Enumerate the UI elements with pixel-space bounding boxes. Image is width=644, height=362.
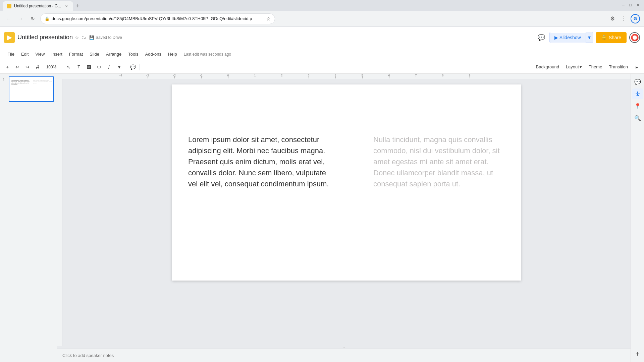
line-tool[interactable]: / xyxy=(104,62,114,72)
ruler-label: -2 xyxy=(173,74,176,77)
restore-button[interactable]: □ xyxy=(629,3,634,8)
menu-view[interactable]: View xyxy=(32,50,48,58)
menu-format[interactable]: Format xyxy=(66,50,86,58)
zoom-button[interactable]: 100% xyxy=(43,62,60,72)
menu-arrange[interactable]: Arrange xyxy=(103,50,125,58)
shape-tool[interactable]: ⬭ xyxy=(94,62,104,72)
more-tools[interactable]: ▾ xyxy=(114,62,124,72)
address-right-icons: ☆ xyxy=(266,16,271,21)
sidebar-accessibility-icon[interactable] xyxy=(632,88,643,99)
forward-button[interactable]: → xyxy=(16,14,25,23)
browser-titlebar: Untitled presentation - G... ✕ + ─ □ ✕ xyxy=(0,0,644,11)
slideshow-dropdown[interactable]: ▾ xyxy=(586,32,593,43)
last-edit-status: Last edit was seconds ago xyxy=(180,51,234,58)
ruler-label: 0 xyxy=(227,74,229,77)
menu-insert[interactable]: Insert xyxy=(48,50,66,58)
ruler-label: 2 xyxy=(281,74,282,77)
url-text: docs.google.com/presentation/d/185jO4MBB… xyxy=(52,16,264,21)
ruler-label: 1 xyxy=(254,74,256,77)
sidebar-search-icon[interactable]: 🔍 xyxy=(632,113,643,123)
menu-tools[interactable]: Tools xyxy=(125,50,142,58)
extensions-icon[interactable]: ⚙ xyxy=(608,14,617,23)
add-button[interactable]: + xyxy=(3,62,12,72)
sidebar-comment-icon[interactable]: 💬 xyxy=(632,76,643,87)
address-bar-row: ← → ↻ 🔒 docs.google.com/presentation/d/1… xyxy=(0,11,644,27)
divider-2 xyxy=(126,64,126,70)
slides-panel: 1 Lorem ipsum dolor sit amet consectetur… xyxy=(0,74,57,362)
save-status: 💾 Saved to Drive xyxy=(89,35,122,40)
redo-button[interactable]: ↪ xyxy=(23,62,32,72)
notes-bar[interactable]: Click to add speaker notes xyxy=(57,349,631,362)
header-right: 💬 ▶ Slideshow ▾ 🔒 Share ⭕ xyxy=(536,32,640,43)
reload-button[interactable]: ↻ xyxy=(28,14,38,23)
vertical-ruler xyxy=(57,79,62,346)
slide-text-left[interactable]: Lorem ipsum dolor sit amet, consectetur … xyxy=(188,134,332,189)
security-icon: 🔒 xyxy=(45,16,50,21)
notes-placeholder: Click to add speaker notes xyxy=(62,353,114,358)
new-tab-button[interactable]: + xyxy=(73,1,83,11)
drive-icon[interactable]: 🗂 xyxy=(81,35,86,40)
sidebar-add-icon[interactable]: + xyxy=(632,349,643,359)
ruler-label: -1 xyxy=(200,74,203,77)
background-button[interactable]: Background xyxy=(533,63,561,71)
collapse-panel-button[interactable]: ▸ xyxy=(632,62,641,72)
text-tool[interactable]: T xyxy=(74,62,84,72)
main-area: 1 Lorem ipsum dolor sit amet consectetur… xyxy=(0,74,644,362)
tab-favicon xyxy=(7,4,11,8)
accessibility-svg xyxy=(635,91,641,97)
slide-thumb-wrapper-1: 1 Lorem ipsum dolor sit amet consectetur… xyxy=(3,76,54,102)
logo-icon: ▶ xyxy=(7,34,12,41)
notes-resize-handle[interactable]: ··· xyxy=(57,346,631,349)
profile-button[interactable]: G xyxy=(631,14,640,23)
transition-button[interactable]: Transition xyxy=(606,63,631,71)
menu-edit[interactable]: Edit xyxy=(18,50,32,58)
browser-menu-icon[interactable]: ⋮ xyxy=(619,14,629,23)
close-button[interactable]: ✕ xyxy=(637,3,641,8)
right-sidebar: 💬 📍 🔍 + xyxy=(631,74,644,362)
ruler-label: 4 xyxy=(334,74,336,77)
tab-close-button[interactable]: ✕ xyxy=(64,3,69,9)
slide-canvas[interactable]: Lorem ipsum dolor sit amet, consectetur … xyxy=(172,84,521,281)
layout-dropdown-icon: ▾ xyxy=(580,64,582,69)
slideshow-button[interactable]: ▶ Slideshow xyxy=(550,33,586,42)
menu-slide[interactable]: Slide xyxy=(86,50,103,58)
sidebar-map-icon[interactable]: 📍 xyxy=(632,101,643,111)
share-button[interactable]: 🔒 Share xyxy=(596,32,627,43)
page-title[interactable]: Untitled presentation xyxy=(17,34,73,41)
print-button[interactable]: 🖨 xyxy=(33,62,42,72)
menu-addons[interactable]: Add-ons xyxy=(142,50,165,58)
back-button[interactable]: ← xyxy=(4,14,13,23)
theme-button[interactable]: Theme xyxy=(586,63,605,71)
layout-button[interactable]: Layout ▾ xyxy=(563,63,585,71)
ruler-corner xyxy=(57,74,114,79)
lock-icon: 🔒 xyxy=(601,35,607,40)
divider-1 xyxy=(62,64,62,70)
bookmark-icon[interactable]: ☆ xyxy=(266,16,271,21)
slide-thumb-content: Lorem ipsum dolor sit amet consectetur a… xyxy=(9,77,53,101)
browser-right-icons: ⚙ ⋮ G xyxy=(608,14,640,23)
minimize-button[interactable]: ─ xyxy=(622,3,627,8)
svg-point-0 xyxy=(637,92,638,93)
slide-text-right[interactable]: Nulla tincidunt, magna quis convallis co… xyxy=(373,134,501,189)
comment-tool[interactable]: 💬 xyxy=(128,62,138,72)
undo-button[interactable]: ↩ xyxy=(13,62,22,72)
active-tab[interactable]: Untitled presentation - G... ✕ xyxy=(3,1,73,11)
ruler-label: -3 xyxy=(146,74,149,77)
menu-file[interactable]: File xyxy=(4,50,18,58)
account-avatar[interactable]: ⭕ xyxy=(629,32,640,43)
tab-title: Untitled presentation - G... xyxy=(14,4,61,8)
image-tool[interactable]: 🖼 xyxy=(84,62,94,72)
thumb-left-text: Lorem ipsum dolor sit amet consectetur a… xyxy=(11,80,32,85)
select-tool[interactable]: ↖ xyxy=(64,62,73,72)
slide-thumbnail-1[interactable]: Lorem ipsum dolor sit amet consectetur a… xyxy=(9,76,54,102)
app-header: ▶ Untitled presentation ☆ 🗂 💾 Saved to D… xyxy=(0,27,644,48)
ruler-area-h: -4-3-2-10123456789 xyxy=(114,74,631,79)
canvas-area[interactable]: Lorem ipsum dolor sit amet, consectetur … xyxy=(62,79,631,346)
slide-number-1: 1 xyxy=(3,76,7,82)
comment-button[interactable]: 💬 xyxy=(536,32,547,43)
menu-help[interactable]: Help xyxy=(165,50,180,58)
ruler-label: 9 xyxy=(469,74,470,77)
address-box[interactable]: 🔒 docs.google.com/presentation/d/185jO4M… xyxy=(40,13,275,24)
save-icon: 💾 xyxy=(89,35,94,40)
star-icon[interactable]: ☆ xyxy=(75,35,79,40)
